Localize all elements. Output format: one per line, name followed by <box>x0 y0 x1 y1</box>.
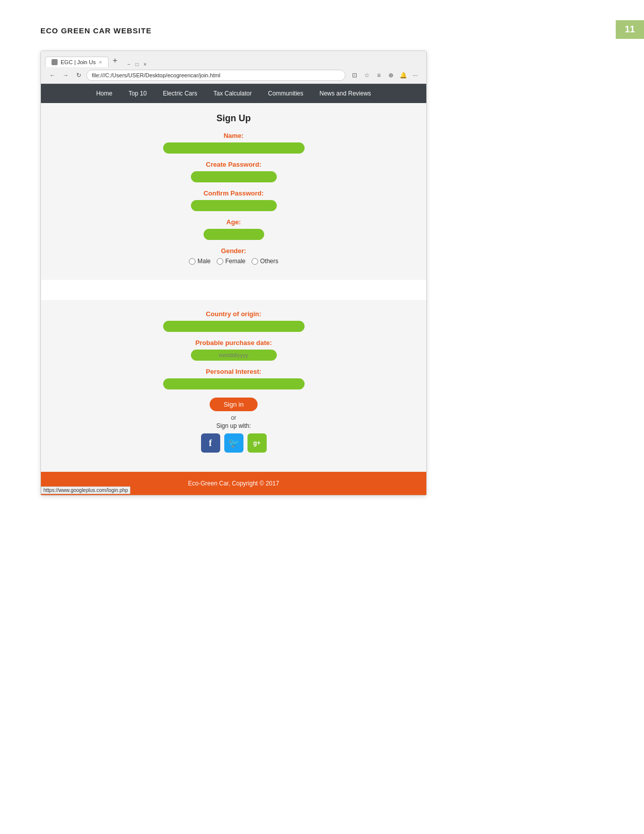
confirm-password-label: Confirm Password: <box>61 189 406 197</box>
signup-with-text: Sign up with: <box>61 422 406 429</box>
browser-tab-label: EGC | Join Us <box>61 59 96 65</box>
facebook-icon: f <box>209 438 212 449</box>
nav-home[interactable]: Home <box>88 84 120 103</box>
gender-female-label: Female <box>225 258 245 265</box>
site-navigation: Home Top 10 Electric Cars Tax Calculator… <box>41 84 426 103</box>
status-url: https://www.googleplus.com/login.php <box>43 487 128 493</box>
browser-tabs: EGC | Join Us × + − □ × <box>45 54 422 67</box>
twitter-signin-button[interactable]: 🐦 <box>224 433 243 453</box>
name-label: Name: <box>61 132 406 139</box>
new-tab-button[interactable]: + <box>109 54 121 67</box>
social-icons-row: f 🐦 g+ <box>61 433 406 453</box>
twitter-icon: 🐦 <box>228 437 239 449</box>
address-bar[interactable]: file:///C:/Users/USER/Desktop/ecogreenca… <box>86 70 345 81</box>
gender-others-radio[interactable] <box>252 258 258 265</box>
menu-icon[interactable]: ≡ <box>374 70 384 80</box>
bookmark-icon[interactable]: ☆ <box>362 70 372 80</box>
gender-female-radio[interactable] <box>217 258 223 265</box>
age-input[interactable] <box>204 229 264 240</box>
age-field-wrapper <box>61 229 406 240</box>
signup-form-section-1: Sign Up Name: Create Password: Confirm P… <box>41 103 426 280</box>
name-field-wrapper <box>61 142 406 154</box>
gender-male-option[interactable]: Male <box>189 258 211 265</box>
personal-interest-field-wrapper <box>61 378 406 389</box>
browser-controls: ← → ↻ file:///C:/Users/USER/Desktop/ecog… <box>45 67 422 83</box>
create-password-field-wrapper <box>61 171 406 182</box>
notifications-icon[interactable]: 🔔 <box>398 70 408 80</box>
nav-tax-calculator[interactable]: Tax Calculator <box>205 84 260 103</box>
or-text: or <box>61 414 406 421</box>
purchase-date-field-wrapper <box>61 350 406 361</box>
browser-window: EGC | Join Us × + − □ × ← → ↻ file:///C:… <box>40 51 427 496</box>
section-gap <box>41 280 426 290</box>
create-password-label: Create Password: <box>61 161 406 168</box>
window-maximize-button[interactable]: □ <box>133 62 140 67</box>
purchase-date-input[interactable] <box>191 350 277 361</box>
country-label: Country of origin: <box>61 310 406 318</box>
address-bar-text: file:///C:/Users/USER/Desktop/ecogreenca… <box>92 72 220 78</box>
gender-male-label: Male <box>197 258 211 265</box>
window-minimize-button[interactable]: − <box>125 62 132 67</box>
create-password-input[interactable] <box>191 171 277 182</box>
reader-mode-icon[interactable]: ⊡ <box>350 70 360 80</box>
googleplus-icon: g+ <box>253 439 260 447</box>
status-bar: https://www.googleplus.com/login.php <box>41 486 130 494</box>
document-title: ECO GREEN CAR WEBSITE <box>40 26 152 35</box>
window-controls: − □ × <box>125 62 148 67</box>
personal-interest-label: Personal Interest: <box>61 368 406 375</box>
gender-others-option[interactable]: Others <box>252 258 278 265</box>
tab-close-icon[interactable]: × <box>99 59 102 65</box>
back-button[interactable]: ← <box>47 70 58 81</box>
footer-text: Eco-Green Car, Copyright © 2017 <box>188 480 279 487</box>
browser-body: Home Top 10 Electric Cars Tax Calculator… <box>41 84 426 495</box>
country-field-wrapper <box>61 321 406 332</box>
country-input[interactable] <box>163 321 305 332</box>
browser-chrome: EGC | Join Us × + − □ × ← → ↻ file:///C:… <box>41 51 426 84</box>
confirm-password-field-wrapper <box>61 200 406 211</box>
nav-news-and-reviews[interactable]: News and Reviews <box>312 84 379 103</box>
facebook-signin-button[interactable]: f <box>201 433 220 453</box>
nav-communities[interactable]: Communities <box>260 84 312 103</box>
gender-female-option[interactable]: Female <box>217 258 245 265</box>
browser-tab-active[interactable]: EGC | Join Us × <box>45 57 109 67</box>
tab-favicon-icon <box>52 59 58 65</box>
name-input[interactable] <box>163 142 305 154</box>
purchase-date-label: Probable purchase date: <box>61 339 406 347</box>
forward-button[interactable]: → <box>60 70 71 81</box>
more-options-icon[interactable]: ··· <box>410 70 420 80</box>
gender-male-radio[interactable] <box>189 258 195 265</box>
nav-electric-cars[interactable]: Electric Cars <box>155 84 205 103</box>
browser-action-icons: ⊡ ☆ ≡ ⊕ 🔔 ··· <box>350 70 420 80</box>
signin-button[interactable]: Sign in <box>210 398 258 411</box>
page-number-badge: 11 <box>616 20 644 39</box>
gender-label: Gender: <box>61 247 406 255</box>
form-title: Sign Up <box>61 113 406 124</box>
age-label: Age: <box>61 218 406 226</box>
refresh-button[interactable]: ↻ <box>73 70 84 81</box>
gender-options: Male Female Others <box>61 258 406 265</box>
gender-others-label: Others <box>260 258 278 265</box>
nav-top10[interactable]: Top 10 <box>120 84 155 103</box>
window-close-button[interactable]: × <box>141 62 148 67</box>
extensions-icon[interactable]: ⊕ <box>386 70 396 80</box>
confirm-password-input[interactable] <box>191 200 277 211</box>
googleplus-signin-button[interactable]: g+ <box>247 433 267 453</box>
personal-interest-input[interactable] <box>163 378 305 389</box>
signup-form-section-2: Country of origin: Probable purchase dat… <box>41 300 426 472</box>
